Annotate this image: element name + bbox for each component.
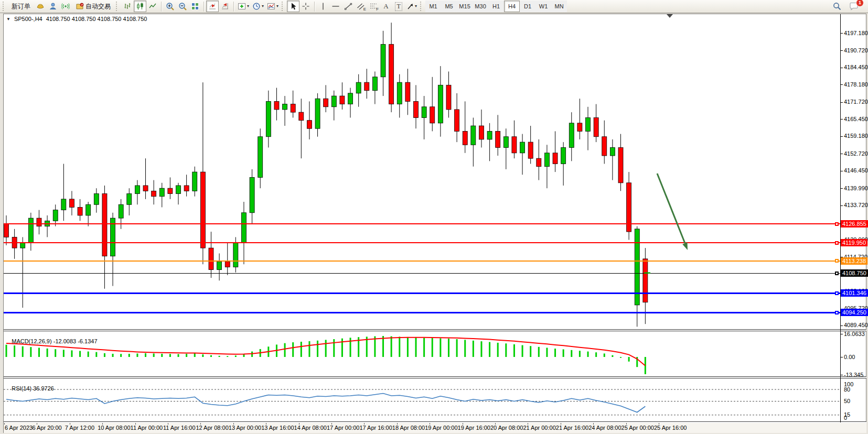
vertical-line-button[interactable] <box>317 1 329 12</box>
time-axis[interactable]: 6 Apr 20236 Apr 20:007 Apr 12:0010 Apr 0… <box>4 423 866 433</box>
macd-histogram-bar <box>120 354 122 357</box>
candle-down <box>512 137 517 153</box>
price-axis-dash <box>840 84 843 85</box>
text-button[interactable]: A <box>380 1 392 12</box>
clock-icon <box>252 2 261 10</box>
macd-histogram-bar <box>538 347 540 357</box>
time-axis-label: 19 Apr 16:00 <box>458 425 490 431</box>
timeframe-button-h4[interactable]: H4 <box>504 1 520 12</box>
macd-histogram-bar <box>604 353 605 357</box>
macd-axis-dash <box>840 357 843 357</box>
arrow-annotation-head[interactable] <box>682 242 688 250</box>
rsi-indicator-pane[interactable] <box>4 378 840 422</box>
time-axis-label: 20 Apr 08:00 <box>490 425 523 431</box>
rsi-axis-label: 0 <box>844 415 847 421</box>
trendline-button[interactable] <box>342 1 355 12</box>
candle-up <box>94 194 99 205</box>
macd-histogram-bar <box>284 343 286 357</box>
new-order-button[interactable]: 新订单 <box>8 1 34 12</box>
timeframe-button-m5[interactable]: M5 <box>441 1 457 12</box>
macd-histogram-bar <box>235 355 237 357</box>
chat-button[interactable]: 1 <box>848 1 861 12</box>
time-axis-label: 14 Apr 08:00 <box>294 425 327 431</box>
candle-down <box>200 172 205 248</box>
macd-histogram-bar <box>219 356 220 357</box>
gold-ingot-icon <box>36 2 45 10</box>
rsi-label: RSI(14) 36.9726 <box>5 379 54 398</box>
new-order-label: 新订单 <box>12 2 30 11</box>
candle-up <box>315 99 320 128</box>
timeframe-button-h1[interactable]: H1 <box>488 1 504 12</box>
candle-up <box>520 142 525 153</box>
macd-histogram-bar <box>63 350 65 357</box>
macd-histogram-bar <box>497 343 499 357</box>
candle-down <box>389 45 394 104</box>
timeframe-button-m15[interactable]: M15 <box>457 1 473 12</box>
timeframe-button-d1[interactable]: D1 <box>520 1 535 12</box>
chart-shift-button[interactable] <box>219 1 231 12</box>
candle-down <box>643 259 648 302</box>
price-level-badge: 4101.346 <box>841 289 868 297</box>
candle-down <box>225 262 230 267</box>
periods-button[interactable]: ▾ <box>251 1 265 12</box>
price-axis-tick-label: 4133.720 <box>844 202 868 208</box>
horizontal-line-button[interactable] <box>329 1 342 12</box>
candle-up <box>86 204 91 215</box>
macd-indicator-pane[interactable] <box>4 331 840 376</box>
autotrading-button[interactable]: 自动交易 <box>72 1 114 12</box>
arrow-annotation[interactable] <box>657 173 685 243</box>
toolbar-grip[interactable] <box>116 2 120 11</box>
candle-up <box>283 104 287 110</box>
line-marker-square <box>835 222 839 226</box>
price-axis-dash <box>840 188 843 189</box>
price-axis-dash <box>840 136 843 137</box>
time-axis-label: 13 Apr 00:00 <box>229 425 261 431</box>
auto-scroll-button[interactable] <box>206 1 219 12</box>
price-axis-tick-label: 4146.450 <box>844 167 868 173</box>
signals-button[interactable] <box>59 1 72 12</box>
zoom-out-button[interactable] <box>176 1 189 12</box>
candlestick-chart-button[interactable] <box>134 1 146 12</box>
price-chart-pane[interactable] <box>4 14 840 329</box>
templates-button[interactable]: ▾ <box>265 1 280 12</box>
timeframe-button-mn[interactable]: MN <box>551 1 567 12</box>
price-axis-tick-label: 4197.180 <box>844 30 868 36</box>
arrows-button[interactable]: ▾ <box>405 1 419 12</box>
text-label-button[interactable]: T <box>392 1 405 12</box>
mt4-application: 新订单 自动交易 <box>0 0 868 434</box>
text-label-icon: T <box>395 2 402 11</box>
candle-up <box>250 177 254 212</box>
toolbar-grip[interactable] <box>420 2 424 11</box>
template-icon <box>267 2 275 10</box>
fibonacci-button[interactable]: F <box>367 1 380 12</box>
search-button[interactable] <box>831 1 843 12</box>
dropdown-caret-icon: ▾ <box>262 4 264 8</box>
macd-histogram-bar <box>480 341 482 357</box>
equidistant-channel-button[interactable]: E <box>355 1 367 12</box>
timeframe-button-m30[interactable]: M30 <box>473 1 488 12</box>
crosshair-button[interactable] <box>299 1 312 12</box>
deposit-button[interactable] <box>34 1 47 12</box>
macd-axis-dash <box>840 334 843 334</box>
tile-windows-button[interactable] <box>189 1 201 12</box>
bar-chart-button[interactable] <box>121 1 134 12</box>
macd-histogram-bar <box>136 353 138 357</box>
line-chart-button[interactable] <box>146 1 159 12</box>
toolbar-grip[interactable] <box>3 2 6 11</box>
candle-down <box>152 191 156 196</box>
time-axis-label: 17 Apr 00:00 <box>327 425 359 431</box>
timeframe-button-w1[interactable]: W1 <box>535 1 551 12</box>
macd-histogram-bar <box>145 353 146 357</box>
candle-down <box>463 131 467 145</box>
macd-histogram-bar <box>473 341 474 357</box>
account-button[interactable] <box>47 1 59 12</box>
price-axis-dash <box>840 50 843 51</box>
candle-down <box>496 131 500 147</box>
macd-histogram-bar <box>292 342 294 357</box>
toolbar-grip[interactable] <box>282 2 285 11</box>
timeframe-button-m1[interactable]: M1 <box>425 1 441 12</box>
indicators-button[interactable]: ▾ <box>236 1 251 12</box>
zoom-in-button[interactable] <box>164 1 176 12</box>
cursor-button[interactable] <box>287 1 299 12</box>
chart-shift-marker-icon[interactable] <box>667 14 673 18</box>
